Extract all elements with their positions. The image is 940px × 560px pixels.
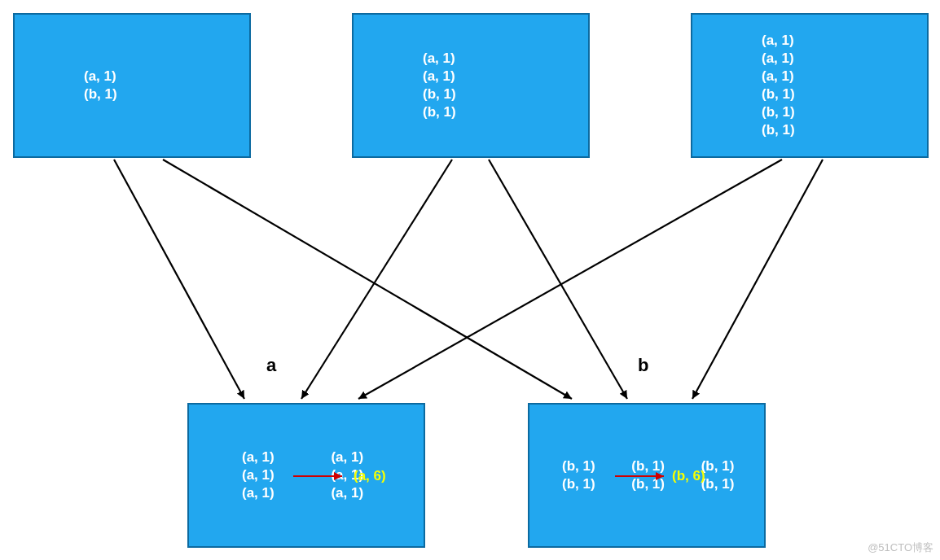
arrow-top1-to-b <box>163 160 572 399</box>
watermark: @51CTO博客 <box>868 540 933 555</box>
pair: (a, 1) <box>354 50 588 68</box>
pair: (a, 1) <box>278 485 363 501</box>
pair: (a, 1) <box>189 449 275 465</box>
reduce-result-a: (a, 6) <box>354 468 386 484</box>
pair: (a, 1) <box>15 68 249 85</box>
pair: (b, 1) <box>15 85 249 103</box>
mapper-box-3: (a, 1) (a, 1) (a, 1) (b, 1) (b, 1) (b, 1… <box>691 13 929 158</box>
pair: (a, 1) <box>354 68 588 85</box>
pair: (a, 1) <box>692 32 927 50</box>
arrow-top2-to-a <box>301 160 452 399</box>
pair: (b, 1) <box>692 85 927 103</box>
pair: (b, 1) <box>692 103 927 121</box>
pair: (b, 1) <box>354 103 588 121</box>
pair: (a, 1) <box>189 485 275 501</box>
key-label-b: b <box>638 355 648 376</box>
pair: (a, 1) <box>692 50 927 68</box>
pair: (b, 1) <box>354 85 588 103</box>
pair: (a, 1) <box>692 68 927 85</box>
arrow-top3-to-b <box>692 160 823 399</box>
arrow-top1-to-a <box>114 160 244 399</box>
reduce-result-b: (b, 6) <box>672 468 705 484</box>
pair: (b, 1) <box>599 458 665 474</box>
arrow-top3-to-a <box>358 160 782 399</box>
mapper-box-2: (a, 1) (a, 1) (b, 1) (b, 1) <box>352 13 590 158</box>
reducer-box-a: (a, 1) (a, 1) (a, 1) (a, 1) (a, 1) (a, 1… <box>187 403 425 548</box>
arrow-top2-to-b <box>489 160 627 399</box>
pair: (a, 1) <box>278 467 363 483</box>
pair: (b, 1) <box>692 121 927 139</box>
pair: (b, 1) <box>599 476 665 492</box>
pair: (a, 1) <box>189 467 275 483</box>
reducer-box-b: (b, 1) (b, 1) (b, 1) (b, 1) (b, 1) (b, 1… <box>528 403 766 548</box>
pair: (b, 1) <box>529 458 595 474</box>
mapper-box-1: (a, 1) (b, 1) <box>13 13 251 158</box>
pair: (a, 1) <box>278 449 363 465</box>
key-label-a: a <box>266 355 276 376</box>
pair: (b, 1) <box>529 476 595 492</box>
